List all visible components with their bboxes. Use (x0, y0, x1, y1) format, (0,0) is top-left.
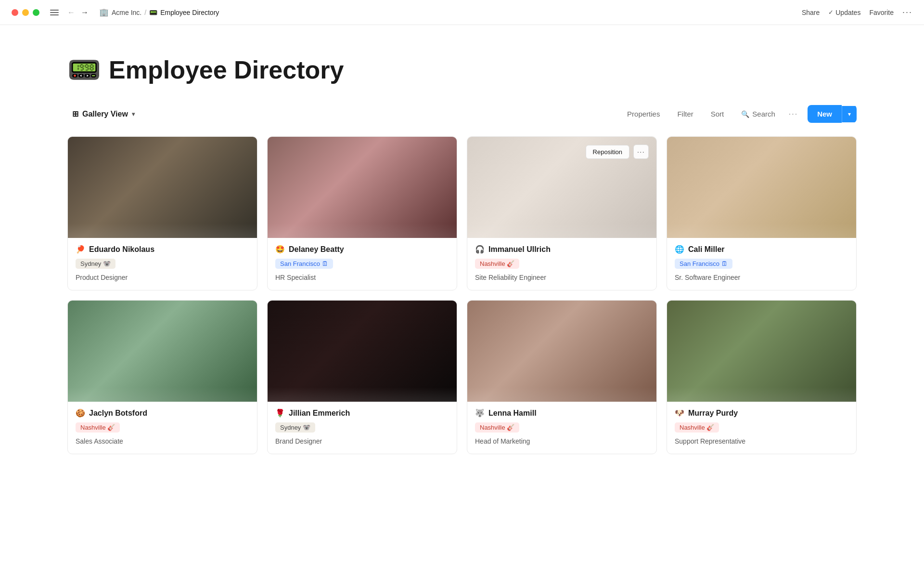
employee-role: HR Specialist (275, 274, 449, 281)
employee-name: 🌹 Jillian Emmerich (275, 408, 449, 418)
location-tag[interactable]: Nashville 🎸 (76, 422, 120, 433)
grid-icon: ⊞ (72, 109, 78, 118)
card-image-container (667, 137, 856, 238)
card-photo (667, 137, 856, 238)
card-image-container (667, 301, 856, 402)
breadcrumb: 🏢 Acme Inc. / 📟 Employee Directory (99, 8, 219, 17)
card-image-container (268, 301, 457, 402)
card-body: 🌹 Jillian Emmerich Sydney 🐨 Brand Design… (268, 402, 457, 454)
current-page-breadcrumb: 📟 Employee Directory (149, 9, 219, 16)
location-tag[interactable]: San Francisco 🗓 (275, 259, 333, 269)
page-breadcrumb-name[interactable]: Employee Directory (160, 9, 219, 16)
toolbar-right: Properties Filter Sort 🔍 Search ··· New … (623, 105, 857, 123)
location-tag[interactable]: Nashville 🎸 (475, 259, 519, 269)
traffic-light-yellow[interactable] (22, 9, 29, 16)
sort-button[interactable]: Sort (707, 108, 728, 120)
employee-name: 🐶 Murray Purdy (675, 408, 848, 418)
workspace-name[interactable]: Acme Inc. (112, 9, 141, 16)
employee-name: 🎧 Immanuel Ullrich (475, 245, 649, 254)
properties-button[interactable]: Properties (623, 108, 664, 120)
card-photo (467, 301, 656, 402)
card-body: 🏓 Eduardo Nikolaus Sydney 🐨 Product Desi… (68, 238, 257, 290)
employee-name: 🏓 Eduardo Nikolaus (76, 245, 249, 254)
location-tag[interactable]: Sydney 🐨 (76, 259, 116, 269)
updates-button[interactable]: ✓ Updates (828, 9, 860, 16)
back-button[interactable]: ← (65, 7, 77, 18)
page-title: Employee Directory (109, 55, 344, 84)
gallery-view-chevron-icon: ▾ (132, 111, 135, 118)
check-icon: ✓ (828, 9, 834, 16)
employee-card[interactable]: 🌹 Jillian Emmerich Sydney 🐨 Brand Design… (267, 300, 457, 454)
workspace-icon: 🏢 (99, 8, 109, 17)
traffic-light-green[interactable] (33, 9, 39, 16)
search-button[interactable]: 🔍 Search (737, 108, 779, 120)
new-button-chevron[interactable]: ▾ (842, 106, 857, 122)
titlebar-right: Share ✓ Updates Favorite ··· (802, 7, 912, 17)
location-tag[interactable]: San Francisco 🗓 (675, 259, 732, 269)
gallery-view-button[interactable]: ⊞ Gallery View ▾ (67, 106, 140, 121)
employee-emoji: 🏓 (76, 245, 85, 254)
titlebar: ← → 🏢 Acme Inc. / 📟 Employee Directory S… (0, 0, 924, 25)
favorite-button[interactable]: Favorite (869, 9, 894, 16)
card-photo (68, 137, 257, 238)
traffic-light-red[interactable] (12, 9, 18, 16)
card-image-container: Reposition ··· (467, 137, 656, 238)
employee-card[interactable]: Reposition ··· 🎧 Immanuel Ullrich Nashvi… (467, 136, 657, 290)
sidebar-toggle[interactable] (50, 10, 59, 15)
employee-name: 🍪 Jaclyn Botsford (76, 408, 249, 418)
card-photo (268, 301, 457, 402)
location-tag[interactable]: Nashville 🎸 (675, 422, 719, 433)
breadcrumb-separator: / (144, 9, 146, 16)
employee-role: Sr. Software Engineer (675, 274, 848, 281)
employee-name: 🤩 Delaney Beatty (275, 245, 449, 254)
card-body: 🐶 Murray Purdy Nashville 🎸 Support Repre… (667, 402, 856, 454)
employee-role: Head of Marketing (475, 437, 649, 445)
employee-emoji: 🌐 (675, 245, 684, 254)
page-title-row: 📟 Employee Directory (67, 54, 857, 86)
titlebar-left: ← → 🏢 Acme Inc. / 📟 Employee Directory (12, 7, 219, 18)
employee-card[interactable]: 🍪 Jaclyn Botsford Nashville 🎸 Sales Asso… (67, 300, 257, 454)
toolbar: ⊞ Gallery View ▾ Properties Filter Sort … (67, 105, 857, 123)
card-image-container (68, 301, 257, 402)
employee-card[interactable]: 🐺 Lenna Hamill Nashville 🎸 Head of Marke… (467, 300, 657, 454)
employee-name: 🌐 Cali Miller (675, 245, 848, 254)
new-button[interactable]: New (808, 105, 842, 123)
reposition-button[interactable]: Reposition (586, 145, 629, 159)
employee-emoji: 🤩 (275, 245, 285, 254)
card-photo (268, 137, 457, 238)
employee-name-text: Cali Miller (688, 245, 725, 254)
toolbar-more-button[interactable]: ··· (789, 110, 798, 118)
employee-emoji: 🍪 (76, 408, 85, 418)
employee-name-text: Eduardo Nikolaus (89, 245, 154, 254)
search-icon: 🔍 (741, 110, 749, 118)
employee-card[interactable]: 🏓 Eduardo Nikolaus Sydney 🐨 Product Desi… (67, 136, 257, 290)
gallery-grid: 🏓 Eduardo Nikolaus Sydney 🐨 Product Desi… (67, 136, 857, 454)
employee-name-text: Immanuel Ullrich (488, 245, 551, 254)
more-menu-button[interactable]: ··· (902, 7, 912, 17)
employee-role: Sales Associate (76, 437, 249, 445)
share-button[interactable]: Share (802, 9, 820, 16)
card-image-container (68, 137, 257, 238)
location-tag[interactable]: Sydney 🐨 (275, 422, 315, 433)
filter-button[interactable]: Filter (673, 108, 697, 120)
employee-card[interactable]: 🤩 Delaney Beatty San Francisco 🗓 HR Spec… (267, 136, 457, 290)
employee-name-text: Jaclyn Botsford (89, 409, 147, 418)
card-photo (667, 301, 856, 402)
employee-name: 🐺 Lenna Hamill (475, 408, 649, 418)
employee-emoji: 🐺 (475, 408, 485, 418)
reposition-more-button[interactable]: ··· (633, 144, 649, 159)
page-breadcrumb-emoji: 📟 (149, 9, 157, 16)
card-image-container (467, 301, 656, 402)
location-tag[interactable]: Nashville 🎸 (475, 422, 519, 433)
nav-arrows: ← → (65, 7, 90, 18)
card-body: 🤩 Delaney Beatty San Francisco 🗓 HR Spec… (268, 238, 457, 290)
card-body: 🐺 Lenna Hamill Nashville 🎸 Head of Marke… (467, 402, 656, 454)
forward-button[interactable]: → (79, 7, 90, 18)
employee-card[interactable]: 🌐 Cali Miller San Francisco 🗓 Sr. Softwa… (667, 136, 857, 290)
employee-name-text: Lenna Hamill (488, 409, 537, 418)
gallery-view-label: Gallery View (82, 110, 128, 118)
employee-name-text: Jillian Emmerich (289, 409, 350, 418)
employee-emoji: 🐶 (675, 408, 684, 418)
employee-card[interactable]: 🐶 Murray Purdy Nashville 🎸 Support Repre… (667, 300, 857, 454)
employee-role: Brand Designer (275, 437, 449, 445)
